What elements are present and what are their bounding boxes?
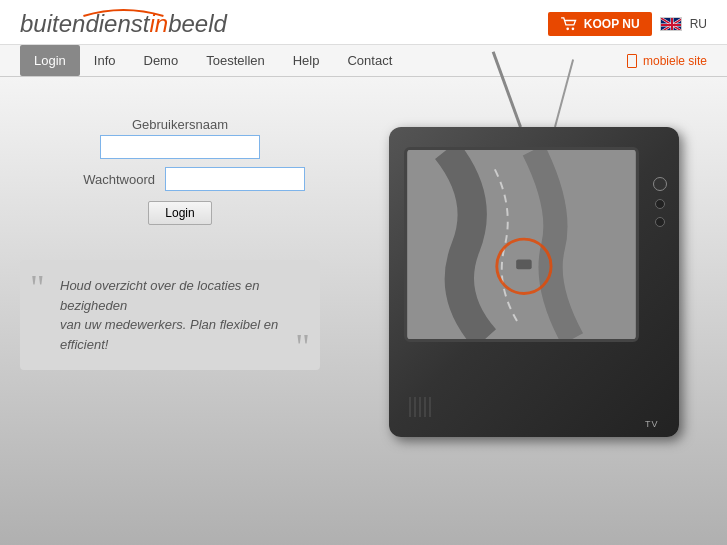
svg-rect-14 <box>516 260 532 270</box>
login-area: Gebruikersnaam Wachtwoord Login " Houd o… <box>20 97 340 447</box>
tv-knob-brightness <box>655 217 665 227</box>
tv-body: TV <box>389 127 679 437</box>
username-input[interactable] <box>100 135 260 159</box>
logo-text: buitendienstinbeeld <box>20 10 227 37</box>
svg-point-0 <box>566 28 569 31</box>
logo-in: in <box>149 10 168 37</box>
tv-wrapper: TV <box>389 107 679 447</box>
tv-knob-channel <box>653 177 667 191</box>
svg-rect-10 <box>671 18 673 31</box>
header: buitendienstinbeeld KOOP NU <box>0 0 727 45</box>
nav-item-help[interactable]: Help <box>279 45 334 76</box>
tv-label: TV <box>645 419 659 429</box>
nav-item-login[interactable]: Login <box>20 45 80 76</box>
username-label: Gebruikersnaam <box>20 117 340 132</box>
mobile-icon <box>627 54 637 68</box>
svg-rect-12 <box>407 150 635 339</box>
tv-screen-content <box>407 150 636 339</box>
quote-open-icon: " <box>30 270 45 306</box>
main-content: Gebruikersnaam Wachtwoord Login " Houd o… <box>0 77 727 467</box>
koop-nu-button[interactable]: KOOP NU <box>548 12 652 36</box>
password-label: Wachtwoord <box>55 172 155 187</box>
flag-uk-icon[interactable] <box>660 17 682 31</box>
nav-item-contact[interactable]: Contact <box>333 45 406 76</box>
tv-screen-frame <box>404 147 639 342</box>
tv-speaker <box>409 397 431 417</box>
password-input[interactable] <box>165 167 305 191</box>
nav-item-demo[interactable]: Demo <box>130 45 193 76</box>
nav-bar: Login Info Demo Toestellen Help Contact … <box>0 45 727 77</box>
page-wrapper: buitendienstinbeeld KOOP NU <box>0 0 727 545</box>
tv-knob-volume <box>655 199 665 209</box>
logo: buitendienstinbeeld <box>20 10 227 38</box>
road-scene-svg <box>407 150 636 339</box>
login-button[interactable]: Login <box>148 201 211 225</box>
tv-area: TV <box>360 97 707 447</box>
mobile-site-label: mobiele site <box>643 54 707 68</box>
quote-box: " Houd overzicht over de locaties en bez… <box>20 260 320 370</box>
cart-icon <box>560 17 578 31</box>
tv-controls <box>653 177 667 227</box>
koop-nu-label: KOOP NU <box>584 17 640 31</box>
header-right: KOOP NU RU <box>548 12 707 36</box>
nav-item-info[interactable]: Info <box>80 45 130 76</box>
nav-left: Login Info Demo Toestellen Help Contact <box>20 45 406 76</box>
nav-item-toestellen[interactable]: Toestellen <box>192 45 279 76</box>
quote-close-icon: " <box>295 329 310 365</box>
nav-right[interactable]: mobiele site <box>627 54 707 68</box>
lang-ru-link[interactable]: RU <box>690 17 707 31</box>
svg-point-1 <box>571 28 574 31</box>
quote-text: Houd overzicht over de locaties en bezig… <box>60 276 300 354</box>
